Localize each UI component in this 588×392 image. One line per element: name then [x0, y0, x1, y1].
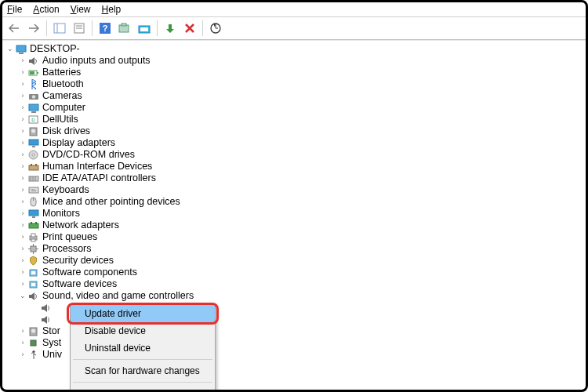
expand-icon[interactable]: ›: [18, 161, 27, 172]
tree-item-label: Cameras: [42, 90, 82, 102]
tree-item-label: DellUtils: [42, 114, 78, 125]
enable-icon[interactable]: [162, 20, 179, 37]
svg-rect-46: [31, 222, 32, 224]
separator: [73, 359, 212, 360]
update-driver-icon[interactable]: [136, 20, 153, 37]
menu-help[interactable]: Help: [102, 4, 122, 15]
show-hide-icon[interactable]: [51, 20, 68, 37]
tree-item[interactable]: ⌄Sound, video and game controllers: [18, 290, 584, 302]
menu-view[interactable]: View: [71, 4, 91, 15]
expand-icon[interactable]: ›: [18, 208, 27, 220]
context-disable-device[interactable]: Disable device: [71, 322, 215, 339]
expand-icon[interactable]: ›: [18, 220, 27, 231]
svg-rect-30: [31, 164, 32, 166]
expand-icon[interactable]: ›: [18, 125, 27, 137]
tree-item[interactable]: ›Monitors: [18, 208, 584, 220]
expand-icon[interactable]: ›: [18, 67, 27, 78]
svg-rect-31: [35, 164, 37, 166]
expand-icon[interactable]: ›: [18, 337, 27, 349]
category-icon: [27, 67, 39, 78]
tree-item[interactable]: ›Processors: [18, 243, 584, 255]
expand-icon[interactable]: ›: [18, 172, 27, 184]
expand-icon[interactable]: ›: [18, 184, 27, 196]
tree-item-label: Security devices: [42, 255, 114, 267]
tree-item-label: Display adapters: [42, 137, 115, 149]
scan-icon[interactable]: [116, 20, 133, 37]
tree-item-label: DVD/CD-ROM drives: [42, 149, 135, 161]
tree-item[interactable]: ›Mice and other pointing devices: [18, 196, 584, 208]
category-icon: [27, 126, 39, 136]
expand-icon[interactable]: ›: [18, 78, 27, 90]
svg-rect-29: [29, 165, 38, 170]
svg-rect-0: [54, 24, 65, 33]
back-icon[interactable]: [5, 20, 23, 37]
category-icon: [27, 91, 39, 101]
expand-icon[interactable]: ›: [18, 231, 27, 243]
tree-item[interactable]: ›Batteries: [18, 67, 584, 78]
expand-icon[interactable]: ›: [18, 102, 27, 114]
expand-icon[interactable]: ›: [18, 196, 27, 208]
tree-item[interactable]: ›Display adapters: [18, 137, 584, 149]
tree-item[interactable]: ›Cameras: [18, 90, 584, 102]
expand-icon[interactable]: ›: [18, 137, 27, 149]
tree-item[interactable]: ›Human Interface Devices: [18, 161, 584, 172]
collapse-icon[interactable]: ⌄: [5, 43, 15, 55]
help-icon[interactable]: ?: [96, 20, 114, 37]
category-icon: [27, 291, 39, 301]
tree-item[interactable]: ›Print queues: [18, 231, 584, 243]
tree-item-label: Software devices: [42, 278, 117, 290]
category-icon: [27, 256, 39, 266]
svg-rect-39: [34, 189, 34, 190]
properties-icon[interactable]: [71, 20, 88, 37]
svg-point-61: [31, 328, 35, 332]
expand-icon[interactable]: ›: [18, 90, 27, 102]
expand-icon[interactable]: ›: [18, 149, 27, 161]
category-icon: [27, 279, 39, 289]
tree-item[interactable]: ›Security devices: [18, 255, 584, 267]
tree-item-label: Disk drives: [42, 125, 90, 137]
tree-item-label: Bluetooth: [42, 78, 84, 90]
expand-icon[interactable]: ›: [18, 349, 27, 361]
tree-item[interactable]: ›DVD/CD-ROM drives: [18, 149, 584, 161]
expand-icon[interactable]: ›: [18, 278, 27, 290]
tree-item[interactable]: ›Network adapters: [18, 220, 584, 231]
forward-icon[interactable]: [25, 20, 42, 37]
context-scan-hardware[interactable]: Scan for hardware changes: [71, 362, 215, 379]
scan-hardware-icon[interactable]: [207, 20, 224, 37]
svg-rect-50: [31, 239, 35, 241]
tree-item[interactable]: ›Keyboards: [18, 184, 584, 196]
expand-icon[interactable]: ›: [18, 114, 27, 125]
expand-icon[interactable]: ›: [18, 267, 27, 278]
expand-icon[interactable]: ›: [18, 255, 27, 267]
svg-text:?: ?: [103, 24, 108, 33]
expand-icon[interactable]: ›: [18, 325, 27, 337]
svg-rect-59: [31, 283, 35, 286]
expand-icon[interactable]: ›: [18, 55, 27, 67]
menu-file[interactable]: File: [7, 4, 22, 15]
tree-item[interactable]: ›Computer: [18, 102, 584, 114]
tree-item[interactable]: ›Software devices: [18, 278, 584, 290]
tree-item[interactable]: ›Audio inputs and outputs: [18, 55, 584, 67]
tree-item-label: Software components: [42, 267, 137, 278]
svg-rect-45: [29, 223, 38, 228]
context-update-driver[interactable]: Update driver: [71, 305, 215, 322]
category-icon: [27, 350, 39, 360]
tree-item[interactable]: ›Bluetooth: [18, 78, 584, 90]
context-properties[interactable]: Properties: [71, 385, 215, 392]
menu-action[interactable]: Action: [33, 4, 59, 15]
collapse-icon[interactable]: ⌄: [18, 290, 27, 302]
category-icon: [27, 244, 39, 254]
expand-icon[interactable]: ›: [18, 243, 27, 255]
separator: [157, 20, 158, 36]
root-node[interactable]: ⌄ DESKTOP-: [5, 43, 584, 55]
tree-item-label: Keyboards: [42, 184, 89, 196]
context-uninstall-device[interactable]: Uninstall device: [71, 339, 215, 357]
tree-item-label: Mice and other pointing devices: [42, 196, 180, 208]
category-icon: [27, 185, 39, 195]
tree-item[interactable]: ›Software components: [18, 267, 584, 278]
tree-item[interactable]: ›Disk drives: [18, 125, 584, 137]
svg-rect-37: [31, 189, 31, 190]
uninstall-icon[interactable]: [181, 20, 198, 37]
tree-item[interactable]: ›IDE ATA/ATAPI controllers: [18, 172, 584, 184]
tree-item[interactable]: ›DDellUtils: [18, 114, 584, 125]
